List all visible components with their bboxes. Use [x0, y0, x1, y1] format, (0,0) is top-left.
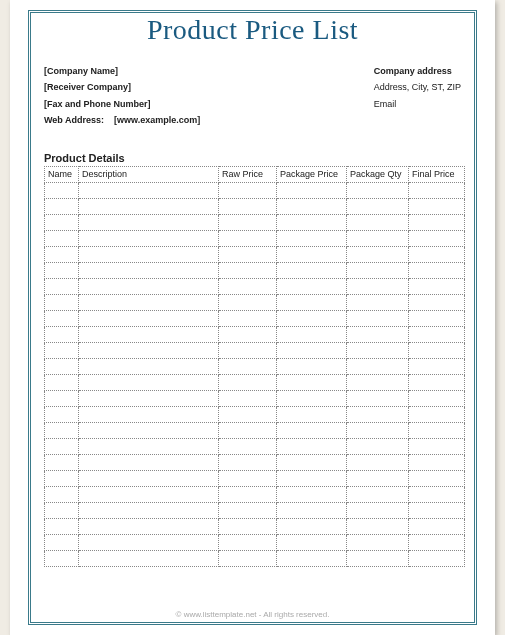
page-border: [28, 10, 477, 625]
footer-text: © www.listtemplate.net - All rights rese…: [10, 610, 495, 619]
page: Product Price List [Company Name] [Recei…: [10, 0, 495, 635]
